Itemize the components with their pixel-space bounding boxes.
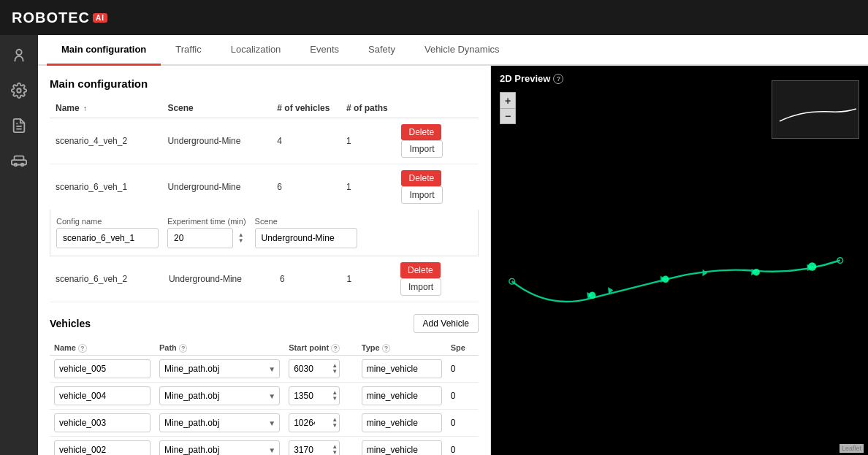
delete-button[interactable]: Delete	[401, 170, 441, 186]
tab-vehicle-dynamics[interactable]: Vehicle Dynamics	[410, 35, 514, 66]
sidebar	[0, 35, 38, 455]
tab-events[interactable]: Events	[295, 35, 354, 66]
vehicle-type-cell	[357, 410, 446, 437]
vehicle-speed-cell: 0	[446, 410, 479, 437]
vehicle-speed-value: 0	[451, 364, 456, 374]
spin-down-icon[interactable]: ▼	[331, 423, 338, 429]
vehicle-start-cell: ▲ ▼	[284, 383, 357, 410]
tab-safety[interactable]: Safety	[354, 35, 410, 66]
vehicle-name-input[interactable]	[54, 413, 151, 432]
config-table: Name ↑ Scene # of vehicles # of paths sc…	[50, 99, 479, 210]
spin-down-icon[interactable]: ▼	[331, 450, 338, 455]
vehicle-name-cell	[50, 437, 155, 456]
spin-down[interactable]: ▼	[237, 238, 245, 244]
table-row: scenario_6_veh_2 Underground-Mine 6 1 De…	[50, 256, 479, 302]
spin-down-icon[interactable]: ▼	[331, 369, 338, 375]
vehicle-speed-cell: 0	[446, 383, 479, 410]
vehicle-start-cell: ▲ ▼	[284, 410, 357, 437]
zoom-out-button[interactable]: −	[500, 108, 516, 124]
left-panel: Main configuration Name ↑ Scene # of veh…	[38, 66, 491, 455]
cell-scene: Underground-Mine	[161, 118, 271, 164]
tab-main-configuration[interactable]: Main configuration	[47, 35, 161, 66]
table-row: scenario_4_veh_2 Underground-Mine 4 1 De…	[50, 118, 479, 164]
svg-point-13	[589, 292, 596, 299]
vehicle-path-cell: Mine_path.obj ▼	[155, 410, 284, 437]
import-button[interactable]: Import	[401, 186, 442, 204]
add-vehicle-button[interactable]: Add Vehicle	[414, 314, 479, 333]
vehicle-type-input[interactable]	[362, 386, 442, 405]
delete-button[interactable]: Delete	[401, 124, 441, 140]
experiment-time-input[interactable]	[167, 228, 233, 248]
zoom-in-button[interactable]: +	[500, 92, 516, 108]
vehicle-start-cell: ▲ ▼	[284, 437, 357, 456]
preview-help-icon[interactable]: ?	[553, 74, 563, 84]
svg-point-1	[17, 88, 21, 93]
zoom-controls: + −	[500, 92, 516, 124]
inline-config-form: Config name Experiment time (min) ▲ ▼	[50, 210, 479, 256]
scene-label: Scene	[255, 217, 357, 226]
vehicles-section: Vehicles Add Vehicle Name ? Path ? Start…	[50, 314, 479, 455]
tab-traffic[interactable]: Traffic	[161, 35, 216, 66]
vehicle-path-select[interactable]: Mine_path.obj	[159, 359, 280, 378]
vehicle-row: Mine_path.obj ▼ ▲ ▼ 0	[50, 383, 479, 410]
vehicle-path-select[interactable]: Mine_path.obj	[159, 440, 280, 455]
scene-input[interactable]	[255, 228, 357, 248]
panel-title: Main configuration	[50, 77, 479, 90]
vehicle-speed-value: 0	[451, 445, 456, 455]
vcol-start: Start point ?	[284, 340, 357, 356]
cell-vehicles: 6	[271, 164, 340, 210]
cell-scene: Underground-Mine	[163, 256, 274, 302]
vehicle-type-cell	[357, 383, 446, 410]
vcol-path: Path ?	[155, 340, 284, 356]
vehicle-type-input[interactable]	[362, 413, 442, 432]
col-header-actions	[395, 99, 479, 118]
config-name-input[interactable]	[56, 228, 159, 248]
cell-paths: 1	[340, 256, 395, 302]
vehicle-path-select[interactable]: Mine_path.obj	[159, 413, 280, 432]
sidebar-icon-document[interactable]	[7, 114, 31, 137]
import-button[interactable]: Import	[400, 278, 441, 296]
vehicle-speed-cell: 0	[446, 356, 479, 383]
cell-name: scenario_6_veh_1	[50, 164, 161, 210]
experiment-time-label: Experiment time (min)	[167, 217, 246, 226]
svg-point-15	[753, 269, 760, 276]
delete-button[interactable]: Delete	[400, 262, 441, 278]
svg-point-16	[808, 262, 816, 270]
svg-point-17	[509, 278, 515, 284]
vehicle-row: Mine_path.obj ▼ ▲ ▼ 0	[50, 356, 479, 383]
tab-bar: Main configuration Traffic Localization …	[38, 35, 868, 66]
vehicle-name-cell	[50, 356, 155, 383]
sidebar-icon-person[interactable]	[7, 44, 31, 67]
vehicle-type-cell	[357, 437, 446, 456]
path-visualization	[491, 66, 868, 455]
vcol-type: Type ?	[357, 340, 446, 356]
cell-paths: 1	[340, 118, 395, 164]
cell-actions: Delete Import	[395, 256, 479, 302]
logo-ai-badge: AI	[93, 13, 107, 23]
vehicle-name-input[interactable]	[54, 440, 151, 455]
import-button[interactable]: Import	[401, 140, 442, 158]
col-header-name: Name ↑	[50, 99, 161, 118]
vehicle-name-input[interactable]	[54, 359, 151, 378]
vehicle-path-cell: Mine_path.obj ▼	[155, 437, 284, 456]
vehicle-type-input[interactable]	[362, 440, 442, 455]
vcol-name: Name ?	[50, 340, 155, 356]
vehicle-path-select[interactable]: Mine_path.obj	[159, 386, 280, 405]
vehicle-type-input[interactable]	[362, 359, 442, 378]
logo: ROBOTEC AI	[12, 9, 107, 26]
preview-title: 2D Preview ?	[500, 73, 563, 84]
table-row: scenario_6_veh_1 Underground-Mine 6 1 De…	[50, 164, 479, 210]
vehicle-speed-cell: 0	[446, 437, 479, 456]
spin-down-icon[interactable]: ▼	[331, 396, 338, 402]
leaflet-text: Leaflet	[840, 444, 864, 453]
sidebar-icon-vehicle[interactable]	[7, 149, 31, 172]
cell-actions: Delete Import	[395, 118, 479, 164]
cell-vehicles: 4	[271, 118, 340, 164]
vehicle-name-input[interactable]	[54, 386, 151, 405]
vehicle-path-cell: Mine_path.obj ▼	[155, 356, 284, 383]
svg-point-14	[662, 276, 669, 283]
tab-localization[interactable]: Localization	[216, 35, 296, 66]
top-bar: ROBOTEC AI	[0, 0, 868, 35]
svg-point-0	[16, 50, 21, 55]
sidebar-icon-gear[interactable]	[7, 79, 31, 102]
